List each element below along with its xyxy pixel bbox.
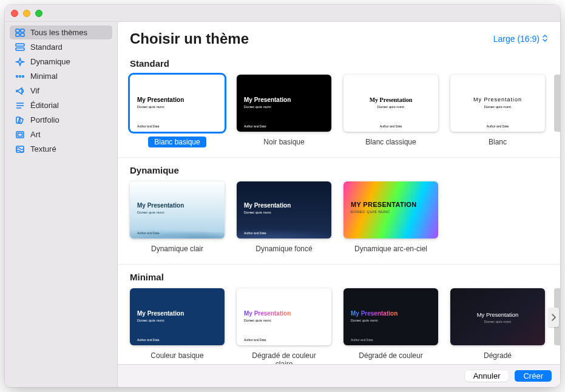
sidebar-item-label: Minimal bbox=[30, 72, 58, 81]
partial-next-theme bbox=[554, 75, 560, 132]
theme-card[interactable]: MY PRESENTATIONDONEC QUIS NUNCDynamique … bbox=[343, 181, 438, 254]
texture-icon bbox=[15, 145, 25, 154]
close-icon[interactable] bbox=[11, 10, 18, 17]
thumb-subtitle: Donec quis nunc bbox=[450, 320, 545, 323]
theme-thumbnail: MY PRESENTATIONDONEC QUIS NUNC bbox=[343, 181, 438, 238]
theme-row: My PresentationDonec quis nuncAuthor and… bbox=[130, 181, 560, 254]
sidebar-item-textur-[interactable]: Texturé bbox=[10, 142, 112, 156]
theme-caption: Couleur basique bbox=[144, 350, 209, 361]
cancel-button[interactable]: Annuler bbox=[465, 370, 509, 382]
theme-caption: Blanc basique bbox=[148, 137, 206, 147]
thumb-title: My Presentation bbox=[351, 310, 398, 317]
theme-card[interactable]: My PresentationDonec quis nuncAuthor and… bbox=[130, 75, 225, 147]
chevron-up-down-icon bbox=[542, 34, 548, 44]
sidebar-item-standard[interactable]: Standard bbox=[10, 40, 112, 54]
sidebar-item--ditorial[interactable]: Éditorial bbox=[10, 98, 112, 112]
section-divider bbox=[118, 264, 560, 265]
aspect-ratio-dropdown[interactable]: Large (16:9) bbox=[493, 34, 548, 44]
create-button[interactable]: Créer bbox=[515, 370, 552, 382]
sidebar: Tous les thèmesStandardDynamiqueMinimalV… bbox=[5, 22, 118, 387]
scroll-right-button[interactable] bbox=[548, 308, 559, 327]
thumb-subtitle: Donec quis nunc bbox=[244, 211, 271, 214]
frame-icon bbox=[15, 130, 25, 139]
page-title: Choisir un thème bbox=[130, 30, 249, 47]
theme-caption: Dynamique foncé bbox=[249, 243, 318, 254]
thumb-subtitle: Donec quis nunc bbox=[137, 211, 164, 214]
thumb-title: My Presentation bbox=[244, 96, 291, 103]
section-divider bbox=[118, 157, 560, 158]
theme-card[interactable]: My PresentationDonec quis nuncAuthor and… bbox=[130, 181, 225, 254]
minimize-icon[interactable] bbox=[23, 10, 30, 17]
svg-rect-13 bbox=[18, 118, 23, 124]
theme-caption: Dégradé de couleur claire bbox=[237, 350, 331, 364]
thumb-footer: Author and Date bbox=[137, 231, 159, 235]
sidebar-item-label: Tous les thèmes bbox=[30, 28, 87, 37]
theme-thumbnail: My PresentationDonec quis nuncAuthor and… bbox=[130, 181, 225, 238]
svg-rect-2 bbox=[16, 33, 19, 36]
sidebar-item-label: Vif bbox=[30, 86, 39, 95]
sidebar-item-vif[interactable]: Vif bbox=[10, 84, 112, 98]
footer: Annuler Créer bbox=[118, 364, 560, 387]
titlebar[interactable] bbox=[5, 5, 560, 22]
thumb-title: My Presentation bbox=[244, 202, 291, 209]
sidebar-item-portfolio[interactable]: Portfolio bbox=[10, 113, 112, 127]
sidebar-item-label: Dynamique bbox=[30, 57, 70, 66]
theme-caption: Dégradé bbox=[478, 350, 518, 361]
zoom-icon[interactable] bbox=[35, 10, 42, 17]
main-panel: Choisir un thème Large (16:9) StandardMy… bbox=[118, 22, 560, 387]
rows-icon bbox=[15, 43, 25, 52]
thumb-footer: Author and Date bbox=[244, 231, 266, 235]
thumb-footer: Author and Date bbox=[244, 338, 266, 342]
lines-icon bbox=[15, 101, 25, 110]
thumb-subtitle: Donec quis nunc bbox=[244, 105, 271, 109]
section-title: Minimal bbox=[130, 272, 560, 282]
svg-rect-4 bbox=[16, 44, 24, 46]
theme-thumbnail: My PresentationDonec quis nuncAuthor and… bbox=[450, 75, 545, 132]
theme-card[interactable]: My PresentationDonec quis nuncAuthor and… bbox=[237, 75, 331, 147]
svg-rect-1 bbox=[21, 29, 24, 32]
theme-caption: Dégradé de couleur bbox=[353, 350, 428, 361]
theme-card[interactable]: My PresentationDonec quis nuncAuthor and… bbox=[237, 288, 331, 364]
thumb-title: My Presentation bbox=[244, 310, 291, 317]
thumb-title: My Presentation bbox=[450, 96, 545, 103]
theme-thumbnail: My PresentationDonec quis nuncAuthor and… bbox=[237, 75, 331, 132]
theme-card[interactable]: My PresentationDonec quis nuncAuthor and… bbox=[237, 181, 331, 254]
theme-card[interactable]: My PresentationDonec quis nuncAuthor and… bbox=[130, 288, 225, 364]
theme-scroll-area[interactable]: StandardMy PresentationDonec quis nuncAu… bbox=[118, 51, 560, 364]
sidebar-item-dynamique[interactable]: Dynamique bbox=[10, 55, 112, 69]
thumb-subtitle: DONEC QUIS NUNC bbox=[351, 210, 390, 214]
theme-row: My PresentationDonec quis nuncAuthor and… bbox=[130, 288, 560, 364]
theme-chooser-window: Tous les thèmesStandardDynamiqueMinimalV… bbox=[5, 5, 560, 387]
dots-icon bbox=[15, 72, 25, 81]
sidebar-item-label: Art bbox=[30, 130, 41, 139]
theme-card[interactable]: My PresentationDonec quis nuncDégradé bbox=[450, 288, 545, 364]
sparkle-icon bbox=[15, 58, 25, 66]
svg-rect-5 bbox=[16, 48, 24, 50]
sidebar-item-label: Texturé bbox=[30, 144, 56, 154]
chevron-right-icon bbox=[551, 314, 556, 321]
svg-rect-15 bbox=[18, 133, 22, 136]
sidebar-item-tous-les-th-mes[interactable]: Tous les thèmes bbox=[10, 25, 112, 39]
theme-card[interactable]: My PresentationDonec quis nuncAuthor and… bbox=[343, 288, 438, 364]
megaphone-icon bbox=[15, 87, 25, 95]
sidebar-item-label: Éditorial bbox=[30, 101, 59, 110]
theme-card[interactable]: My PresentationDonec quis nuncAuthor and… bbox=[343, 75, 438, 147]
thumb-title: My Presentation bbox=[343, 96, 438, 103]
thumb-title: My Presentation bbox=[450, 311, 545, 318]
theme-caption: Noir basique bbox=[257, 137, 310, 147]
thumb-footer: Author and Date bbox=[137, 338, 159, 342]
thumb-footer: Author and Date bbox=[244, 124, 266, 128]
theme-thumbnail: My PresentationDonec quis nuncAuthor and… bbox=[343, 288, 438, 345]
theme-caption: Blanc bbox=[482, 137, 513, 147]
thumb-title: My Presentation bbox=[137, 202, 184, 209]
theme-caption: Dynamique arc-en-ciel bbox=[348, 243, 433, 254]
theme-card[interactable]: My PresentationDonec quis nuncAuthor and… bbox=[450, 75, 545, 147]
theme-thumbnail: My PresentationDonec quis nuncAuthor and… bbox=[237, 288, 331, 345]
sidebar-item-minimal[interactable]: Minimal bbox=[10, 69, 112, 83]
sidebar-item-art[interactable]: Art bbox=[10, 127, 112, 141]
thumb-subtitle: Donec quis nunc bbox=[351, 319, 378, 322]
header: Choisir un thème Large (16:9) bbox=[118, 22, 560, 51]
theme-caption: Blanc classique bbox=[359, 137, 422, 147]
aspect-ratio-label: Large (16:9) bbox=[493, 34, 540, 44]
sidebar-item-label: Portfolio bbox=[30, 115, 59, 124]
